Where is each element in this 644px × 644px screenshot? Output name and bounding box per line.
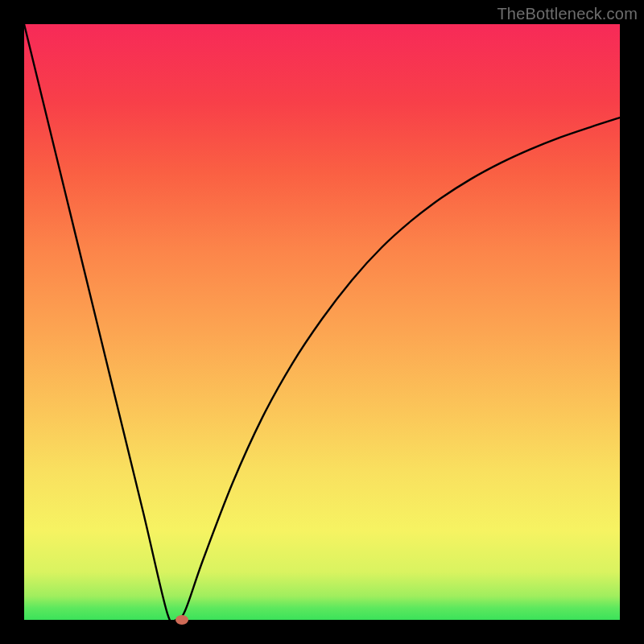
watermark-label: TheBottleneck.com	[497, 5, 638, 23]
chart-container: TheBottleneck.com	[0, 0, 644, 644]
minimum-marker	[175, 615, 188, 625]
plot-area	[24, 24, 620, 620]
bottleneck-curve	[24, 24, 620, 620]
